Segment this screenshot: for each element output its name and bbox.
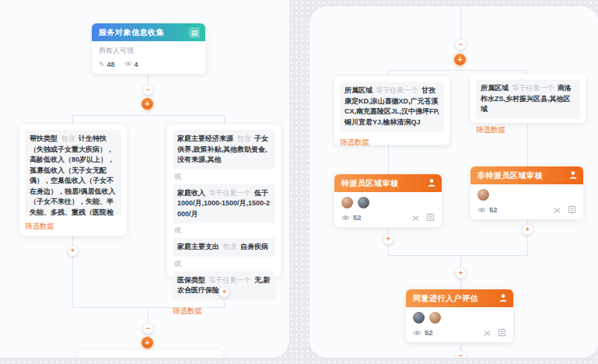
filter-data-link[interactable]: 筛选数据 <box>476 125 505 135</box>
or-label: 或 <box>173 170 275 184</box>
plus-icon: + <box>71 247 75 254</box>
node-filter-family[interactable]: 家庭主要经济来源 包含 子女供养,政策补贴,其他救助资金,没有来源,其他 或 家… <box>167 124 281 277</box>
form-icon[interactable]: ▤ <box>189 27 200 38</box>
avatar <box>429 312 441 324</box>
filter-data-link[interactable]: 筛选数据 <box>340 138 369 148</box>
detail-icon[interactable] <box>426 213 435 222</box>
avatar <box>477 189 489 201</box>
node-title: 同意进行入户评估 <box>413 293 478 304</box>
condition: 帮扶类型 包含 计生特扶（失独或子女重大疾病），高龄低收入（80岁以上），孤寡低… <box>25 130 121 215</box>
condition: 家庭主要经济来源 包含 子女供养,政策补贴,其他救助资金,没有来源,其他 <box>173 130 275 170</box>
connector <box>388 70 389 76</box>
condition: 所属区域 等于任意一个 商洛柞水ZS,乡村振兴区县,其他区域 <box>476 79 580 119</box>
connector <box>460 278 461 289</box>
node-title: 服务对象信息收集 <box>99 27 164 38</box>
collapse-branch-button[interactable]: − <box>456 351 466 358</box>
connector <box>148 307 149 324</box>
node-header: 非特派员区域审核 <box>470 166 583 184</box>
collapse-branch-button[interactable]: − <box>143 85 153 95</box>
view-count: 4 <box>124 61 138 68</box>
avatar <box>341 197 353 208</box>
condition-operator: 等于任意一个 <box>511 84 556 92</box>
assignee-icon[interactable] <box>568 169 578 183</box>
condition-value: 自身疾病 <box>240 243 268 250</box>
node-permission-label: 所有人可填 <box>99 46 198 56</box>
filter-data-link[interactable]: 筛选数据 <box>25 222 54 232</box>
node-filter-region-right[interactable]: 所属区域 等于任意一个 商洛柞水ZS,乡村振兴区县,其他区域 筛选数据 <box>470 74 586 123</box>
filter-data-link[interactable]: 筛选数据 <box>173 306 202 317</box>
detail-icon[interactable] <box>568 205 576 214</box>
collapse-branch-button[interactable]: − <box>143 324 153 334</box>
condition-operator: 包含 <box>236 135 253 142</box>
plus-icon: + <box>386 235 390 243</box>
minus-icon: − <box>146 86 150 93</box>
add-node-button[interactable]: + <box>68 246 78 256</box>
condition-operator: 包含 <box>222 243 239 250</box>
avatar <box>413 312 425 324</box>
node-audit-non-commissioner[interactable]: 非特派员区域审核 52 <box>470 166 583 219</box>
condition-field: 医保类型 <box>177 276 205 284</box>
view-count: 52 <box>341 213 362 222</box>
node-footer: 52 <box>470 204 583 219</box>
condition-field: 所属区域 <box>344 86 372 94</box>
add-node-button[interactable]: + <box>219 287 229 297</box>
node-title: 非特派员区域审核 <box>477 170 543 181</box>
transfer-icon[interactable] <box>411 213 420 222</box>
node-footer: 52 <box>334 212 442 227</box>
edit-count: ✎48 <box>99 61 115 68</box>
condition-operator: 等于任意一个 <box>208 276 253 284</box>
connector <box>388 243 389 256</box>
assignee-avatars <box>470 184 583 204</box>
assignee-icon[interactable] <box>498 292 508 306</box>
node-collect-info[interactable]: 服务对象信息收集 ▤ 所有人可填 ✎48 4 <box>92 23 205 74</box>
eye-icon <box>124 61 132 68</box>
condition-field: 所属区域 <box>481 84 509 92</box>
avatar <box>358 197 369 208</box>
transfer-icon[interactable] <box>553 205 561 214</box>
transfer-icon[interactable] <box>483 328 491 337</box>
condition-operator: 包含 <box>60 135 77 142</box>
add-node-button[interactable]: + <box>142 337 153 348</box>
condition-operator: 等于任意一个 <box>208 189 253 197</box>
condition-field: 家庭收入 <box>177 189 205 197</box>
minus-icon: − <box>459 40 463 48</box>
connector <box>72 115 225 116</box>
or-label: 或 <box>173 257 275 271</box>
node-filter-region-left[interactable]: 所属区域 等于任意一个 甘孜康定KD,凉山喜德XD,广元苍溪CX,南充嘉陵区JL… <box>334 76 449 145</box>
node-audit-commissioner[interactable]: 特派员区域审核 52 <box>334 174 442 227</box>
add-node-button[interactable]: + <box>523 225 533 235</box>
collapse-branch-button[interactable]: − <box>456 40 466 50</box>
node-filter-help-type[interactable]: 帮扶类型 包含 计生特扶（失独或子女重大疾病），高龄低收入（80岁以上），孤寡低… <box>19 124 127 236</box>
connector <box>388 255 528 256</box>
connector <box>460 255 461 269</box>
assignee-avatars <box>406 307 513 327</box>
condition-field: 家庭主要支出 <box>177 243 219 250</box>
node-truncated[interactable] <box>78 350 223 358</box>
add-node-button[interactable]: + <box>454 54 466 65</box>
node-header: 同意进行入户评估 <box>406 289 513 307</box>
workflow-canvas[interactable]: − + + + − + 服务对象信息收集 ▤ 所有人可填 ✎48 4 帮扶类型 <box>0 0 598 364</box>
node-header: 服务对象信息收集 ▤ <box>92 23 205 41</box>
connector <box>72 115 73 124</box>
view-count: 52 <box>413 328 433 337</box>
add-node-button[interactable]: + <box>142 98 153 110</box>
condition: 家庭主要支出 包含 自身疾病 <box>173 238 275 257</box>
connector <box>224 115 225 124</box>
view-count: 52 <box>477 205 498 214</box>
or-label: 或 <box>173 223 275 238</box>
connector <box>388 144 389 175</box>
condition-field: 帮扶类型 <box>30 135 58 142</box>
node-approve-assessment[interactable]: 同意进行入户评估 52 <box>406 289 513 342</box>
plus-icon: + <box>526 226 530 233</box>
add-node-button[interactable]: + <box>456 268 466 278</box>
condition: 家庭收入 等于任意一个 低于1000/月,1000-1500/月,1500-20… <box>173 184 275 224</box>
minus-icon: − <box>459 352 463 358</box>
condition-field: 家庭主要经济来源 <box>177 135 233 142</box>
add-node-button[interactable]: + <box>383 234 393 244</box>
detail-icon[interactable] <box>498 328 506 337</box>
assignee-icon[interactable] <box>427 177 436 191</box>
node-actions <box>553 205 576 214</box>
node-actions <box>411 213 435 222</box>
plus-icon: + <box>222 288 226 296</box>
flow-panel-right: − + + + + − 所属区域 等于任意一个 甘孜康定KD,凉山喜德XD,广元… <box>309 6 598 358</box>
